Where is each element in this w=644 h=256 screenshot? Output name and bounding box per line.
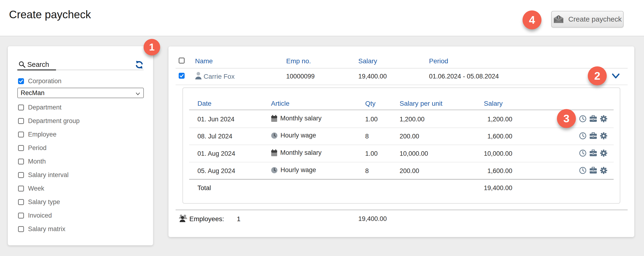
employees-summary-row: Employees: 1 19,400.00: [168, 212, 634, 225]
filter-label: Period: [28, 144, 46, 152]
detail-column-qty[interactable]: Qty: [365, 100, 376, 107]
row-divider: [176, 85, 628, 85]
top-header-band: Create paycheck $ Create paycheck: [0, 0, 644, 36]
svg-text:$: $: [558, 16, 560, 19]
line-salary: 1,200.00: [484, 116, 512, 123]
detail-header-divider: [189, 109, 614, 110]
paycheck-lines-panel: Date Article Qty Salary per unit Salary …: [182, 87, 620, 204]
column-header-name[interactable]: Name: [195, 57, 213, 65]
employee-period: 01.06.2024 - 05.08.2024: [429, 73, 499, 80]
filter-label: Department group: [28, 117, 80, 125]
search-field[interactable]: Search: [17, 60, 144, 69]
detail-column-date[interactable]: Date: [198, 100, 212, 107]
department-group-checkbox[interactable]: [18, 118, 24, 124]
create-paycheck-button-label: Create paycheck: [568, 15, 622, 23]
gear-icon[interactable]: [600, 132, 608, 140]
line-date: 01. Aug 2024: [198, 150, 235, 157]
detail-column-salary-per-unit[interactable]: Salary per unit: [400, 100, 442, 107]
filter-label: Department: [28, 104, 62, 111]
salary-interval-checkbox[interactable]: [18, 172, 24, 178]
filter-row-salary-type: Salary type: [18, 195, 146, 209]
filter-sidebar: Search Corporation RecMan: [8, 46, 153, 245]
corporation-select[interactable]: RecMan: [17, 88, 144, 98]
time-clock-icon[interactable]: [579, 149, 586, 157]
filter-row-period: Period: [18, 141, 146, 155]
filter-row-week: Week: [18, 182, 146, 195]
filter-row-department-group: Department group: [18, 114, 146, 128]
article-label: Hourly wage: [280, 132, 316, 139]
filter-row-salary-matrix: Salary matrix: [18, 222, 146, 236]
paycheck-line-row: 01. Jun 2024 Monthly salary 1.00 1,200.0…: [183, 110, 620, 128]
filter-label: Week: [28, 185, 44, 192]
employee-row-checkbox[interactable]: [179, 73, 184, 79]
filter-row-department: Department: [18, 101, 146, 114]
detail-total-row: Total 19,400.00: [183, 180, 620, 196]
total-label: Total: [198, 184, 211, 192]
filter-label: Month: [28, 158, 46, 165]
select-chevron-down-icon: [136, 92, 140, 96]
invoiced-checkbox[interactable]: [18, 213, 24, 219]
search-label: Search: [27, 61, 49, 68]
corporation-checkbox[interactable]: [18, 78, 24, 84]
time-clock-icon[interactable]: [579, 132, 586, 140]
article-label: Monthly salary: [280, 115, 322, 122]
create-paycheck-button[interactable]: $ Create paycheck: [551, 11, 624, 27]
line-qty: 1.00: [365, 150, 378, 157]
week-checkbox[interactable]: [18, 186, 24, 192]
line-date: 08. Jul 2024: [198, 133, 232, 140]
line-date: 01. Jun 2024: [198, 116, 234, 123]
department-checkbox[interactable]: [18, 105, 24, 110]
salary-type-checkbox[interactable]: [18, 199, 24, 205]
filter-label: Employee: [28, 131, 56, 138]
line-salary-per-unit: 1,200.00: [400, 116, 424, 123]
corporation-select-value: RecMan: [18, 89, 44, 97]
line-actions: [579, 115, 608, 123]
line-article: Hourly wage: [271, 132, 316, 139]
briefcase-icon[interactable]: [590, 132, 597, 139]
corporation-label: Corporation: [28, 77, 62, 85]
line-actions: [579, 149, 608, 157]
clock-icon: [271, 132, 278, 139]
employee-name-link[interactable]: Carrie Fox: [204, 73, 235, 80]
line-article: Monthly salary: [271, 149, 322, 156]
employees-summary-label: Employees:: [189, 215, 224, 223]
paycheck-table-card: Name Emp no. Salary Period Carrie Fox 10…: [168, 46, 634, 237]
page-title: Create paycheck: [9, 8, 91, 21]
calendar-icon: [271, 115, 278, 122]
column-header-salary[interactable]: Salary: [358, 57, 377, 65]
annotation-badge-3: 3: [557, 109, 576, 128]
gear-icon[interactable]: [600, 167, 608, 174]
line-salary: 1,600.00: [484, 133, 512, 140]
gear-icon[interactable]: [600, 149, 608, 157]
salary-matrix-checkbox[interactable]: [18, 226, 24, 232]
period-checkbox[interactable]: [18, 145, 24, 151]
select-all-checkbox[interactable]: [179, 58, 184, 63]
employee-checkbox[interactable]: [18, 132, 24, 137]
total-value: 19,400.00: [484, 184, 512, 192]
column-header-emp-no[interactable]: Emp no.: [286, 57, 311, 65]
clock-icon: [271, 167, 278, 174]
gear-icon[interactable]: [600, 115, 608, 123]
briefcase-icon[interactable]: [590, 167, 597, 174]
briefcase-icon[interactable]: [590, 150, 597, 157]
collapse-chevron-down-icon[interactable]: [610, 70, 621, 81]
paycheck-line-row: 05. Aug 2024 Hourly wage 8 200.00 1,600.…: [183, 162, 620, 179]
detail-column-salary[interactable]: Salary: [484, 100, 502, 107]
detail-column-article[interactable]: Article: [271, 100, 290, 107]
calendar-icon: [271, 149, 278, 156]
time-clock-icon[interactable]: [579, 167, 586, 174]
filter-list: Department Department group Employee Per…: [18, 101, 146, 236]
refresh-icon[interactable]: [135, 60, 144, 69]
line-article: Monthly salary: [271, 115, 322, 122]
detail-table-header: Date Article Qty Salary per unit Salary: [183, 100, 620, 108]
person-icon: [194, 72, 202, 81]
month-checkbox[interactable]: [18, 159, 24, 165]
article-label: Hourly wage: [280, 166, 316, 174]
employee-table-header: Name Emp no. Salary Period: [168, 57, 634, 66]
employee-salary: 19,400.00: [358, 73, 387, 80]
time-clock-icon[interactable]: [579, 115, 586, 123]
filter-label: Salary matrix: [28, 226, 66, 233]
employee-row[interactable]: Carrie Fox 10000099 19,400.00 01.06.2024…: [168, 68, 634, 85]
briefcase-icon[interactable]: [590, 115, 597, 122]
column-header-period[interactable]: Period: [429, 57, 448, 65]
